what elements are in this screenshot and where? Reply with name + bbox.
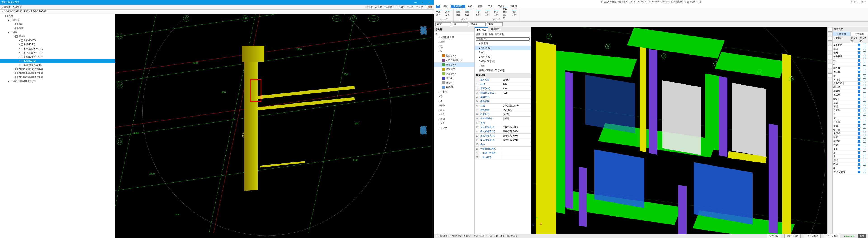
component-item[interactable]: 10墙 — [475, 64, 531, 68]
component-item[interactable]: 20墙 [外墙] — [475, 55, 531, 59]
nav-item[interactable]: ▸ 土方 — [434, 112, 474, 117]
nav-item[interactable]: ▸ 板 — [434, 99, 474, 103]
property-row[interactable]: 6材质加气混凝土砌块 — [475, 103, 531, 108]
nav-item[interactable]: 保温墙(Q) — [434, 71, 474, 76]
tree-item[interactable]: ▸ 扣构造柱(KGZZTJ) — [0, 47, 115, 51]
display-item[interactable]: 板 — [833, 166, 868, 170]
nav-item[interactable]: ▸ 柱 — [434, 44, 474, 49]
display-item[interactable]: 门联窗 — [833, 120, 868, 124]
display-item[interactable]: 构造柱 — [833, 66, 868, 70]
mini-toolbar[interactable] — [828, 27, 833, 234]
property-row[interactable]: 10类别 — [475, 121, 531, 125]
nav-item[interactable]: ▸ 轴线 — [434, 40, 474, 44]
ribbon-button[interactable]: 工程信息 — [436, 10, 442, 16]
tb-cut[interactable]: ✂ 剪切 ▾ — [396, 5, 405, 9]
ribbon-button[interactable]: 计算规则 — [465, 10, 471, 16]
ribbon-button[interactable]: 计算设置 — [456, 10, 462, 16]
nav-item[interactable]: 墙垛(E) — [434, 81, 474, 85]
nav-item[interactable]: ▸ 常用构件类型 — [434, 35, 474, 40]
ribbon-tab[interactable]: 开始 — [441, 5, 451, 8]
nav-item[interactable]: ▸ 基础 — [434, 117, 474, 121]
nav-item[interactable]: ▸ 自定义 — [434, 126, 474, 130]
nav-item[interactable]: 暗梁(A) — [434, 76, 474, 81]
nav-item[interactable]: ▸ 墙 — [434, 49, 474, 53]
display-item[interactable]: 柱 — [833, 62, 868, 66]
display-item[interactable]: 门 — [833, 113, 868, 116]
display-item[interactable]: 砼板/坡道板 — [833, 170, 868, 174]
min-btn-r[interactable]: — — [858, 1, 860, 3]
tree-item[interactable]: ▸ 依附 — [0, 30, 115, 34]
max-btn[interactable]: □ — [419, 1, 426, 4]
expand-all[interactable]: 全部展开 — [1, 5, 10, 9]
ribbon-button[interactable]: 弯曲调整值设置 — [503, 10, 508, 16]
tree-item[interactable]: ▸ 墙高 — [0, 22, 115, 26]
tb-flat[interactable]: ℤ 平滑 — [375, 5, 382, 9]
nav-item[interactable]: 人防门框墙(RF) — [434, 58, 474, 62]
property-row[interactable]: 15备注 — [475, 142, 531, 147]
display-item[interactable]: 砌体加 — [833, 89, 868, 93]
ribbon-tab[interactable]: 视图 — [475, 5, 485, 8]
property-row[interactable]: 21+ 土建业务属性 — [475, 151, 531, 155]
ribbon-button[interactable]: 弯钩设置 — [494, 10, 500, 16]
tree-item[interactable]: ▸ 原始量 — [0, 34, 115, 38]
display-item[interactable]: 人防门框墙 — [833, 82, 868, 86]
tree-item[interactable]: ▸ 原始量 — [0, 18, 115, 22]
ribbon-tab[interactable]: 工程设置 — [451, 5, 465, 8]
property-row[interactable]: 4砌体龙骨 — [475, 95, 531, 99]
new-comp[interactable]: 新建 — [476, 33, 480, 36]
min-btn[interactable]: — — [412, 1, 419, 4]
ribbon-button[interactable]: 损耗设置 — [512, 10, 518, 16]
property-row[interactable]: 14终点底标高(m)层底标高(2.91) — [475, 138, 531, 142]
tree-item[interactable]: ▸ 内墙两侧钢丝网片总长度 — [0, 67, 115, 71]
component-item[interactable]: 20墙 — [475, 50, 531, 55]
tree-item[interactable]: ▸ 扣砼过梁(KTGLTJ) — [0, 55, 115, 59]
property-row[interactable]: 16+ 钢筋业务属性 — [475, 147, 531, 151]
display-item[interactable]: 砌体柱 — [833, 70, 868, 74]
display-item[interactable]: 带形窗 — [833, 128, 868, 132]
display-item[interactable]: 过梁 — [833, 143, 868, 147]
ribbon-button[interactable]: 计算设置 — [475, 10, 482, 16]
close-btn[interactable]: × — [426, 1, 432, 4]
nav-item[interactable]: ▸ 其它 — [434, 121, 474, 126]
tree-panel[interactable]: 长度▸ 原始量▸ 墙高▸ 墙厚▸ 依附▸ 原始量▸ 扣门(KMTJ)▸ 扣窗(K… — [0, 14, 115, 238]
property-table[interactable]: 属性名称属性值 1名称10墙2厚度(mm)1003轴线距左墙皮...(50)4砌… — [475, 78, 531, 159]
nav-item[interactable]: ▸ 门窗洞 — [434, 90, 474, 94]
display-item[interactable]: 辅助轴线 — [833, 55, 868, 59]
display-item[interactable]: 飘窗 — [833, 136, 868, 139]
help-icon[interactable]: ? — [851, 1, 852, 3]
tb-restore[interactable]: ↺ 还原 — [416, 5, 423, 9]
tree-item[interactable]: ▸ 扣窗(KLTJ) — [0, 42, 115, 47]
nav-item[interactable]: ▸ 装修 — [434, 108, 474, 112]
tree-item[interactable]: ▸ 扣阳顶板(KXGBTJ) — [0, 63, 115, 67]
display-item[interactable]: 门窗洞 — [833, 109, 868, 113]
tb-close[interactable]: ✕ 关闭 — [426, 5, 432, 9]
display-item[interactable]: 壁龛 — [833, 147, 868, 151]
ribbon-tab[interactable]: 云应用 — [507, 5, 520, 8]
display-item[interactable]: 梁 — [833, 155, 868, 158]
tree-item[interactable]: ▸ 内部墙柱侧钢丝网片长度 — [0, 75, 115, 79]
zoom-level[interactable]: 10% — [858, 234, 866, 238]
ribbon-tab[interactable]: 建模 — [465, 5, 475, 8]
property-row[interactable]: 2厚度(mm)100 — [475, 86, 531, 91]
display-item[interactable]: 墙 — [833, 74, 868, 78]
element-select[interactable]: 20墙 — [487, 22, 503, 27]
display-item[interactable]: 暗梁 — [833, 97, 868, 101]
component-item[interactable]: 20墙 [内墙] — [475, 46, 531, 50]
collapse-all[interactable]: 全部折叠 — [13, 5, 22, 9]
display-item[interactable]: 轴网 — [833, 51, 868, 55]
nav-item[interactable]: ▸ 楼梯 — [434, 103, 474, 108]
display-item[interactable]: 圈梁 — [833, 162, 868, 166]
del-comp[interactable]: 删除 — [489, 33, 493, 36]
nav-item[interactable]: ▸ 梁 — [434, 94, 474, 99]
display-item[interactable]: 柱 — [833, 59, 868, 62]
property-row[interactable]: 1名称10墙 — [475, 82, 531, 86]
component-item[interactable]: 20飘窗 下 [外墙] — [475, 59, 531, 64]
close-btn-r[interactable]: × — [865, 1, 866, 3]
nav-item[interactable]: 砌体墙(Q) — [434, 62, 474, 67]
tree-item[interactable]: ▸ 扣门(KMTJ) — [0, 38, 115, 42]
tb-zoom[interactable]: 🔍 缩放 ▾ — [384, 5, 394, 9]
property-row[interactable]: 3轴线距左墙皮...(50) — [475, 91, 531, 95]
display-item[interactable]: 轴线 — [833, 47, 868, 51]
display-item[interactable]: 墙垛 — [833, 101, 868, 105]
tree-item[interactable]: ▸ 内墙两梁侧钢丝网片长度 — [0, 71, 115, 75]
